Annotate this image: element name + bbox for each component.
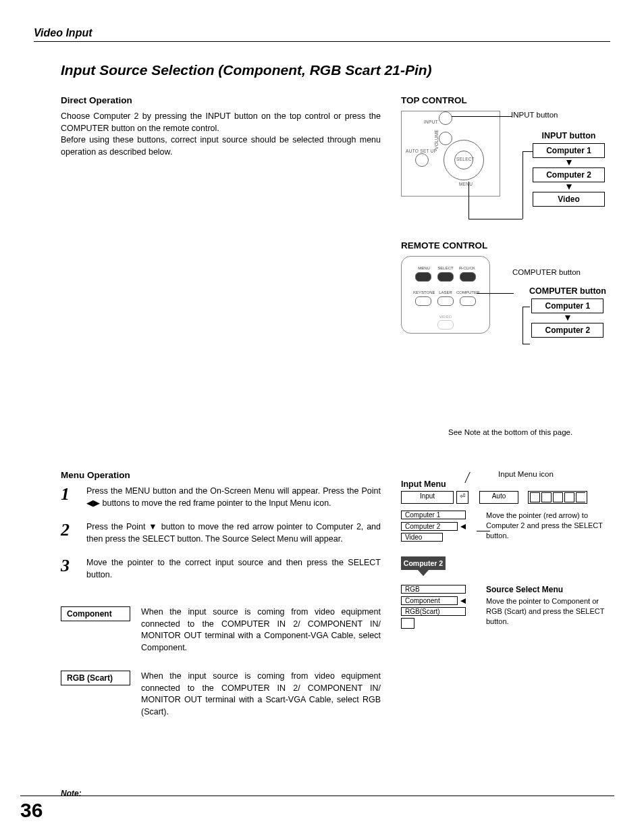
step-3: 3 Move the pointer to the correct input … bbox=[61, 557, 381, 581]
cycle-item: Computer 1 bbox=[531, 298, 603, 313]
page-number: 36 bbox=[20, 796, 614, 822]
src-list-item: RGB bbox=[401, 585, 466, 594]
caption-pointer: Move the pointer (red arrow) to Computer… bbox=[486, 511, 610, 542]
source-text: When the input source is coming from vid… bbox=[141, 606, 381, 654]
osd-input-label: Input bbox=[401, 491, 454, 504]
step-1: 1 Press the MENU button and the On-Scree… bbox=[61, 486, 381, 509]
step-number: 3 bbox=[61, 557, 77, 581]
remote-label: KEYSTONE bbox=[413, 290, 435, 294]
source-text: When the input source is coming from vid… bbox=[141, 671, 381, 718]
arrow-down-icon bbox=[565, 315, 570, 321]
osd-list-item: Video bbox=[401, 533, 443, 542]
section-header: Video Input bbox=[34, 27, 610, 42]
direct-op-heading: Direct Operation bbox=[61, 95, 381, 105]
cycle-item: Computer 2 bbox=[531, 323, 603, 338]
remote-label: MENU bbox=[413, 266, 435, 270]
input-button-leader: INPUT button bbox=[511, 111, 558, 119]
remote-control-heading: REMOTE CONTROL bbox=[401, 240, 610, 251]
left-arrow-icon bbox=[460, 521, 466, 531]
step-text: Press the Point ▼ button to move the red… bbox=[86, 521, 381, 545]
back-icon bbox=[401, 618, 414, 629]
osd-auto-label: Auto bbox=[479, 491, 518, 504]
label-autoset: AUTO SET UP bbox=[406, 149, 437, 153]
label-menu: MENU bbox=[459, 182, 473, 186]
step-text: Press the MENU button and the On-Screen … bbox=[86, 486, 381, 509]
step-number: 2 bbox=[61, 521, 77, 545]
input-cycle-title: INPUT button bbox=[533, 131, 605, 140]
osd-icon-strip bbox=[528, 491, 587, 504]
remote-label: VIDEO bbox=[435, 315, 456, 319]
cycle-item: Computer 2 bbox=[533, 167, 605, 182]
caption-source: Move the pointer to Component or RGB (Sc… bbox=[486, 596, 610, 627]
step-text: Move the pointer to the correct input so… bbox=[86, 557, 381, 581]
osd-list-item: Computer 1 bbox=[401, 511, 466, 519]
top-control-heading: TOP CONTROL bbox=[401, 95, 610, 105]
computer-button-leader: COMPUTER button bbox=[512, 268, 581, 276]
source-label: Component bbox=[61, 606, 130, 621]
menu-op-heading: Menu Operation bbox=[61, 470, 381, 480]
arrow-down-icon bbox=[566, 160, 572, 165]
cycle-item: Video bbox=[533, 192, 605, 207]
remote-control-diagram: MENUSELECTR-CLICK KEYSTONELASERCOMPUTER … bbox=[401, 256, 490, 334]
menu-diagram: Input Menu icon Input Menu Input ⏎ Auto … bbox=[401, 470, 610, 735]
src-list-item: RGB(Scart) bbox=[401, 607, 466, 616]
enter-icon: ⏎ bbox=[456, 491, 468, 504]
computer2-tooltip: Computer 2 bbox=[401, 556, 446, 570]
direct-op-p2: Before using these buttons, correct inpu… bbox=[61, 134, 381, 158]
label-select: SELECT bbox=[456, 157, 475, 161]
arrow-down-icon bbox=[566, 184, 572, 190]
remote-label: R-CLICK bbox=[456, 266, 478, 270]
source-rgbscart: RGB (Scart) When the input source is com… bbox=[61, 671, 381, 718]
label-input: INPUT bbox=[424, 120, 438, 124]
source-select-title: Source Select Menu bbox=[486, 585, 610, 594]
cycle-item: Computer 1 bbox=[533, 143, 605, 158]
src-list-item: Component bbox=[401, 596, 458, 605]
page-title: Input Source Selection (Component, RGB S… bbox=[61, 62, 610, 78]
computer-cycle-title: COMPUTER button bbox=[529, 286, 606, 296]
step-number: 1 bbox=[61, 486, 77, 509]
osd-list-item: Computer 2 bbox=[401, 522, 458, 531]
input-menu-title: Input Menu bbox=[401, 479, 610, 489]
label-volume: VOLUME bbox=[434, 130, 439, 149]
left-arrow-icon bbox=[460, 596, 466, 605]
remote-label: COMPUTER bbox=[456, 290, 478, 294]
step-2: 2 Press the Point ▼ button to move the r… bbox=[61, 521, 381, 545]
source-label: RGB (Scart) bbox=[61, 671, 130, 685]
remote-label: LASER bbox=[435, 290, 456, 294]
remote-label: SELECT bbox=[435, 266, 456, 270]
top-control-diagram: INPUT AUTO SET UP SELECT MENU VOLUME bbox=[401, 111, 500, 197]
direct-op-p1: Choose Computer 2 by pressing the INPUT … bbox=[61, 111, 381, 134]
source-component: Component When the input source is comin… bbox=[61, 606, 381, 654]
see-note: See Note at the bottom of this page. bbox=[448, 428, 610, 436]
